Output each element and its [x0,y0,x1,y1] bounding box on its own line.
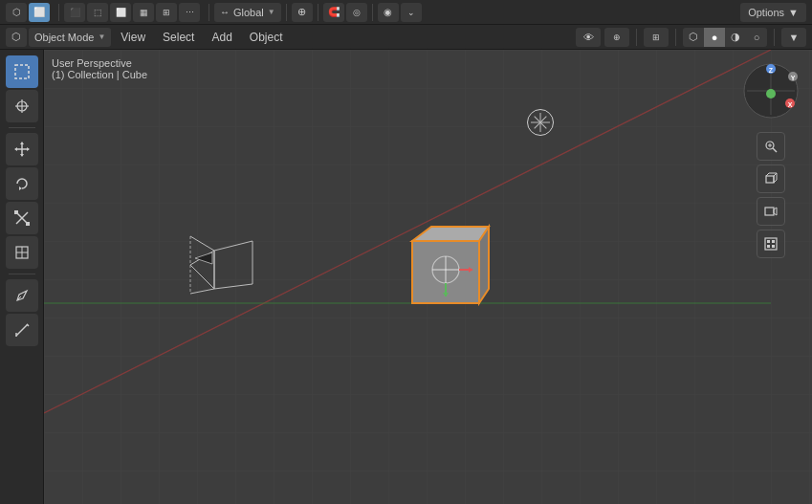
select-box-tool[interactable] [6,55,38,88]
cube-svg [398,212,503,318]
svg-rect-14 [14,210,18,214]
separator-2 [208,4,209,21]
svg-rect-13 [26,222,30,226]
shading-options-btn[interactable]: ▼ [781,28,806,47]
toolbar-sep-2 [9,274,35,274]
transform-orientation-dropdown[interactable]: ↔ Global ▼ [214,3,281,22]
toolbar-icon-5[interactable]: ⊞ [156,3,177,22]
header-right-group: 👁 ⊕ ⊞ ⬡ ● ◑ ○ ▼ [576,28,806,47]
collection-label: (1) Collection | Cube [52,69,147,80]
toolbar-sep-1 [9,127,35,128]
svg-rect-63 [772,240,775,243]
svg-marker-60 [774,208,777,215]
menu-object[interactable]: Object [242,28,291,47]
separator-1 [58,4,59,21]
snap-group: ⬛ ⬚ ⬜ ▦ ⊞ ⋯ [64,3,200,22]
measure-tool[interactable] [6,314,38,346]
render-view-btn[interactable] [757,230,785,258]
svg-rect-61 [765,238,777,250]
viewport-overlay-icon[interactable]: 👁 [576,28,601,47]
gizmo-svg: Z Y X [737,57,804,124]
separator-5 [372,4,373,21]
menu-add[interactable]: Add [204,28,239,47]
top-toolbar: ⬡ ⬜ ⬛ ⬚ ⬜ ▦ ⊞ ⋯ ↔ Global ▼ ⊕ 🧲 ◎ ◉ ⌄ Opt… [0,0,812,25]
nav-gizmo[interactable]: Z Y X [737,57,804,124]
svg-marker-7 [20,154,24,157]
editor-type-group: ⬡ ⬜ [6,3,50,22]
svg-marker-6 [20,142,24,144]
camera-svg [186,231,272,298]
svg-marker-30 [195,252,212,264]
annotate-tool[interactable] [6,279,38,312]
transform-icon-small: ↔ [220,7,230,17]
toolbar-icon-1[interactable]: ⬛ [64,3,85,22]
camera-view-btn[interactable] [757,197,785,226]
separator-3 [286,4,287,21]
perspective-toggle-btn[interactable] [757,164,785,193]
render-shading-btn[interactable]: ○ [746,28,767,47]
transform-tool[interactable] [6,236,38,269]
svg-rect-64 [767,245,770,248]
camera-object [186,231,272,298]
options-label: Options [748,7,784,18]
proportional-edit-icon[interactable]: ◉ [378,3,399,22]
snap-toggle-icon[interactable]: 🧲 [323,3,344,22]
overlay-icon[interactable]: ⊞ [644,28,669,47]
editor-type-icon[interactable]: ⬡ [6,3,27,22]
gizmo-toggle-icon[interactable]: ⊕ [604,28,629,47]
toolbar-icon-6[interactable]: ⋯ [179,3,200,22]
menu-select[interactable]: Select [155,28,202,47]
sep-h2 [675,29,676,46]
pivot-point-icon[interactable]: ⊕ [292,3,313,22]
cursor-tool[interactable] [6,90,38,122]
toolbar-icon-2[interactable]: ⬚ [87,3,108,22]
object-mode-dropdown[interactable]: Object Mode ▼ [29,28,111,47]
svg-marker-33 [479,227,489,303]
svg-line-52 [773,148,777,152]
right-gizmos: Z Y X [737,57,804,258]
toolbar-icon-3[interactable]: ⬜ [110,3,131,22]
cube-object[interactable] [398,212,494,308]
sep-h3 [774,29,775,46]
svg-marker-56 [774,173,777,183]
toolbar-icon-4[interactable]: ▦ [133,3,154,22]
header-bar: ⬡ Object Mode ▼ View Select Add Object 👁… [0,25,812,50]
perspective-label: User Perspective [52,57,147,69]
mode-dropdown-arrow: ▼ [98,33,105,41]
svg-text:X: X [788,101,793,108]
solid-shading-btn[interactable]: ● [704,28,725,47]
material-shading-btn[interactable]: ◑ [725,28,746,47]
svg-line-26 [190,236,214,251]
zoom-fit-btn[interactable] [757,132,785,161]
move-tool[interactable] [6,133,38,165]
svg-rect-0 [15,65,29,78]
object-mode-label: Object Mode [34,32,94,43]
svg-line-19 [16,324,28,336]
svg-marker-8 [14,147,17,151]
breadcrumb: User Perspective (1) Collection | Cube [52,57,147,80]
options-arrow: ▼ [788,7,799,18]
select-box-btn[interactable]: ⬜ [29,3,50,22]
blender-logo[interactable]: ⬡ [6,28,27,47]
main-area: User Perspective (1) Collection | Cube [0,50,812,504]
svg-rect-55 [766,176,774,183]
viewport[interactable]: User Perspective (1) Collection | Cube [44,50,812,504]
snap-settings-icon[interactable]: ◎ [346,3,367,22]
svg-marker-10 [19,186,22,190]
svg-line-27 [190,289,214,294]
svg-marker-9 [27,147,30,151]
svg-text:Z: Z [769,67,774,74]
menu-view[interactable]: View [113,28,153,47]
wireframe-shading-btn[interactable]: ⬡ [683,28,704,47]
rotate-tool[interactable] [6,167,38,200]
light-object [527,109,554,136]
proportional-falloff-icon[interactable]: ⌄ [401,3,422,22]
sep-h1 [636,29,637,46]
svg-text:Y: Y [791,75,796,81]
separator-4 [318,4,318,21]
options-button[interactable]: Options ▼ [740,3,806,22]
svg-marker-25 [214,241,252,289]
top-bar-right: Options ▼ [740,3,806,22]
svg-point-50 [766,89,776,99]
scale-tool[interactable] [6,202,38,234]
